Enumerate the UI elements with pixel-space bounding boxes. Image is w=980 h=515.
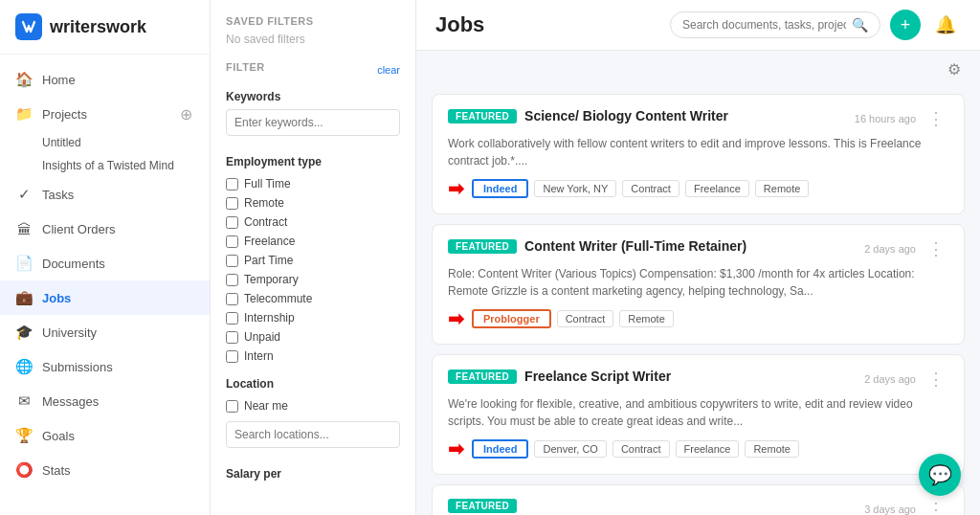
home-icon: 🏠 [15,71,33,88]
sidebar-item-label: Stats [42,463,194,478]
red-arrow-icon: ➡ [448,437,464,460]
job-title-row: FEATUREDContent Writer (Full-Time Retain… [448,238,746,254]
employment-checkbox-contract[interactable]: Contract [226,213,400,232]
employment-checkbox-freelance[interactable]: Freelance [226,232,400,251]
sidebar-item-university[interactable]: 🎓 University [0,315,210,349]
sidebar: writerswork 🏠 Home 📁 Projects ⊕ Untitled… [0,0,211,515]
sidebar-item-client-orders[interactable]: 🏛 Client Orders [0,212,210,246]
logo-icon [15,13,42,40]
filter-toggle-icon[interactable]: ⚙ [944,56,965,82]
main-content: Jobs 🔍 + 🔔 ⚙ FEATUREDScience/ Biology Co… [416,0,980,515]
employment-input[interactable] [226,178,238,190]
search-input[interactable] [682,18,846,32]
job-tag: Remote [745,440,799,458]
employment-input[interactable] [226,216,238,229]
employment-checkbox-telecommute[interactable]: Telecommute [226,289,400,308]
sidebar-subitem-insights[interactable]: Insights of a Twisted Mind [0,154,210,177]
sidebar-item-label: Goals [42,429,194,443]
main-header: Jobs 🔍 + 🔔 [416,0,980,51]
employment-checkbox-part-time[interactable]: Part Time [226,251,400,270]
job-title[interactable]: Content Writer (Full-Time Retainer) [524,238,746,254]
featured-badge: FEATURED [448,109,517,123]
more-options-button[interactable]: ⋮ [924,499,948,515]
near-me-input[interactable] [226,400,238,413]
employment-input[interactable] [226,197,238,210]
app-name: writerswork [50,17,146,37]
add-project-icon[interactable]: ⊕ [177,105,194,123]
location-search-input[interactable] [226,421,400,448]
more-options-button[interactable]: ⋮ [924,369,948,390]
employment-input[interactable] [226,312,238,325]
employment-checkbox-unpaid[interactable]: Unpaid [226,327,400,347]
employment-option-label: Full Time [244,177,291,190]
notification-button[interactable]: 🔔 [930,10,961,40]
job-tag: Contract [612,440,670,458]
employment-checkbox-temporary[interactable]: Temporary [226,270,400,289]
toolbar-row: ⚙ [416,51,980,82]
sidebar-subitem-untitled[interactable]: Untitled [0,131,210,154]
jobs-list: FEATUREDScience/ Biology Content Writer1… [416,82,980,515]
employment-checkbox-full-time[interactable]: Full Time [226,174,400,193]
sidebar-item-tasks[interactable]: ✓ Tasks [0,177,210,212]
stats-icon: ⭕ [15,461,33,479]
employment-input[interactable] [226,274,238,286]
job-description: We're looking for flexible, creative, an… [448,395,948,430]
sidebar-item-documents[interactable]: 📄 Documents [0,246,210,280]
featured-badge: FEATURED [448,369,517,384]
job-tag: Remote [755,180,810,197]
employment-option-label: Intern [244,349,274,363]
sidebar-item-label: Client Orders [42,222,194,236]
jobs-icon: 💼 [15,289,33,306]
documents-icon: 📄 [15,255,33,272]
job-time: 2 days ago [864,243,916,255]
saved-filters-title: SAVED FILTERS [226,15,400,27]
logo-area: writerswork [0,0,210,55]
location-label: Location [226,377,400,391]
job-description: Work collaboratively with fellow content… [448,135,948,169]
sidebar-item-messages[interactable]: ✉ Messages [0,384,210,418]
source-tag[interactable]: Problogger [472,309,551,328]
employment-checkbox-intern[interactable]: Intern [226,347,400,366]
employment-input[interactable] [226,293,238,305]
job-title[interactable]: Freelance Script Writer [524,369,671,384]
employment-input[interactable] [226,255,238,267]
source-tag[interactable]: Indeed [472,179,528,198]
more-options-button[interactable]: ⋮ [924,108,948,129]
employment-option-label: Freelance [244,235,295,248]
near-me-label: Near me [244,399,288,413]
sidebar-item-label: Projects [42,107,167,122]
job-title[interactable]: Science/ Biology Content Writer [524,108,728,123]
sidebar-item-home[interactable]: 🏠 Home [0,62,210,97]
employment-option-label: Contract [244,215,287,229]
sidebar-item-stats[interactable]: ⭕ Stats [0,453,210,487]
employment-checkbox-internship[interactable]: Internship [226,308,400,327]
nav-list: 🏠 Home 📁 Projects ⊕ Untitled Insights of… [0,55,210,495]
sidebar-item-jobs[interactable]: 💼 Jobs [0,280,210,315]
header-right: 🔍 + 🔔 [670,10,961,40]
job-card: FEATUREDContent Writer (Full-Time Retain… [432,224,965,345]
add-button[interactable]: + [890,10,921,40]
source-tag[interactable]: Indeed [472,439,528,459]
sidebar-item-label: University [42,325,194,340]
chat-button[interactable]: 💬 [919,454,961,496]
job-tag: Denver, CO [534,440,606,458]
clear-button[interactable]: clear [377,64,400,76]
sidebar-item-label: Submissions [42,360,194,374]
near-me-checkbox[interactable]: Near me [226,396,400,415]
employment-label: Employment type [226,155,400,168]
search-bar[interactable]: 🔍 [670,11,880,38]
more-options-button[interactable]: ⋮ [924,238,948,259]
employment-input[interactable] [226,331,238,344]
job-card: FEATUREDFreelance Script Writer2 days ag… [432,354,965,475]
keywords-input[interactable] [226,109,400,136]
page-title: Jobs [435,12,484,37]
sidebar-item-submissions[interactable]: 🌐 Submissions [0,349,210,384]
university-icon: 🎓 [15,324,33,341]
featured-badge: FEATURED [448,499,517,513]
sidebar-item-projects[interactable]: 📁 Projects ⊕ [0,97,210,131]
tasks-icon: ✓ [15,186,33,203]
employment-checkbox-remote[interactable]: Remote [226,193,400,213]
employment-input[interactable] [226,350,238,363]
sidebar-item-goals[interactable]: 🏆 Goals [0,418,210,453]
employment-input[interactable] [226,235,238,248]
